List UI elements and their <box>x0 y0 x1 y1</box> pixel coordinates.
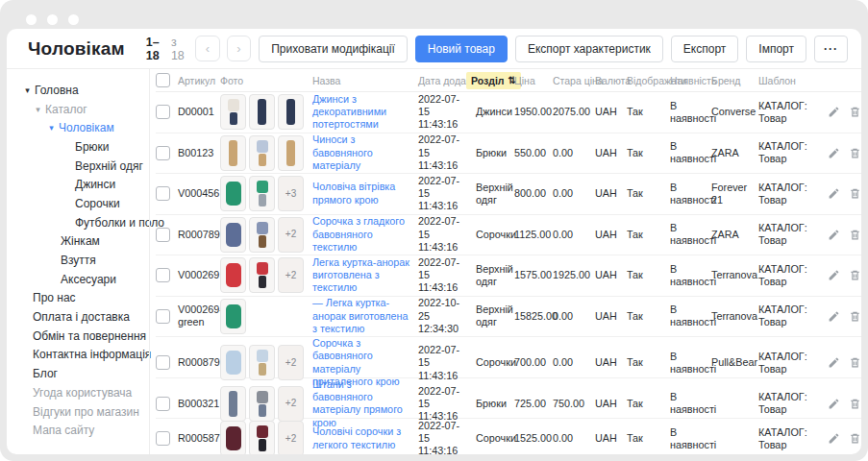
stock-cell: В наявності <box>670 391 711 416</box>
sort-by-section-chip[interactable]: Розділ⇅ <box>466 72 521 89</box>
row-checkbox[interactable] <box>156 355 170 370</box>
delete-icon[interactable] <box>849 309 861 323</box>
sidebar-item-dzhynsy[interactable]: Джинси <box>7 175 149 194</box>
display-cell: Так <box>627 432 670 445</box>
sidebar-item-kontaktna-informatsiya[interactable]: Контактна інформація <box>7 346 149 365</box>
sidebar-item-zhinkam[interactable]: Жінкам <box>7 232 149 252</box>
delete-icon[interactable] <box>849 432 861 446</box>
column-header-sku[interactable]: Артикул <box>178 75 220 86</box>
display-cell: Так <box>627 187 670 200</box>
sidebar-item-vidguky-pro-magazyn[interactable]: Відгуки про магазин <box>7 402 149 422</box>
product-photo <box>249 257 275 293</box>
product-photo <box>220 257 246 293</box>
product-name-link[interactable]: Штани з бавовняного матеріалу прямого кр… <box>312 378 412 430</box>
delete-icon[interactable] <box>849 106 861 119</box>
product-name-link[interactable]: Сорочка з гладкого бавовняного текстилю <box>312 215 412 254</box>
stock-cell: В наявності <box>670 263 711 288</box>
prev-page-button[interactable]: ‹ <box>195 36 219 61</box>
display-cell: Так <box>627 106 670 118</box>
next-page-button[interactable]: › <box>227 36 251 61</box>
stock-cell: В наявності <box>670 100 711 125</box>
brand-cell: Pull&Bear <box>711 356 758 369</box>
sidebar-item-ugoda-korystuvacha[interactable]: Угода користувача <box>7 383 149 402</box>
hide-modifications-button[interactable]: Приховати модифікації <box>259 36 408 62</box>
row-checkbox[interactable] <box>156 186 170 201</box>
table-row: B00123 Чиноси з бавовняного матеріалу 20… <box>156 133 861 175</box>
column-header-currency[interactable]: Валюта <box>595 75 627 86</box>
sidebar-item-obmin-povernennya[interactable]: Обмін та повернення <box>7 327 149 346</box>
row-checkbox[interactable] <box>156 268 170 282</box>
product-photo <box>249 176 275 211</box>
photos-cell <box>220 135 312 171</box>
edit-icon[interactable] <box>828 309 840 323</box>
column-header-name[interactable]: Назва <box>312 75 418 86</box>
sidebar-item-golovna[interactable]: ▾Головна <box>7 81 149 100</box>
currency-cell: UAH <box>595 356 627 369</box>
row-checkbox[interactable] <box>156 105 170 119</box>
edit-icon[interactable] <box>828 146 840 159</box>
product-name-link[interactable]: Чоловіча вітрівка прямого крою <box>312 181 412 206</box>
more-actions-button[interactable]: ··· <box>814 36 848 62</box>
sidebar-item-bryuky[interactable]: Брюки <box>7 137 149 157</box>
date-cell: 2022-07-1511:43:16 <box>418 133 476 172</box>
select-all-checkbox[interactable] <box>156 73 170 87</box>
product-photo <box>220 421 246 454</box>
date-cell: 2022-07-1511:43:16 <box>418 256 476 295</box>
sidebar-item-oplata-dostavka[interactable]: Оплата і доставка <box>7 307 149 327</box>
product-name-link[interactable]: Чиноси з бавовняного матеріалу <box>312 133 412 172</box>
currency-cell: UAH <box>595 310 627 323</box>
export-button[interactable]: Експорт <box>671 36 738 62</box>
actions-cell <box>824 432 860 446</box>
old-price-cell: 750.00 <box>553 398 595 410</box>
delete-icon[interactable] <box>849 187 861 201</box>
section-cell: Сорочки <box>476 356 514 369</box>
sidebar-item-vzuttya[interactable]: Взуття <box>7 251 149 270</box>
row-checkbox[interactable] <box>156 397 170 411</box>
sidebar-item-mapa-saytu[interactable]: Мапа сайту <box>7 421 149 440</box>
row-checkbox[interactable] <box>156 228 170 242</box>
row-checkbox[interactable] <box>156 431 170 446</box>
edit-icon[interactable] <box>828 187 840 201</box>
sidebar-item-verkhniy-odyag[interactable]: Верхній одяг <box>7 157 149 176</box>
delete-icon[interactable] <box>849 228 861 241</box>
product-photo <box>249 135 275 171</box>
chevron-right-icon: › <box>236 41 240 56</box>
delete-icon[interactable] <box>849 269 861 282</box>
edit-icon[interactable] <box>828 356 840 370</box>
edit-icon[interactable] <box>828 432 840 446</box>
sidebar-item-aksesuary[interactable]: Аксесуари <box>7 270 149 289</box>
product-name-link[interactable]: Легка куртка-анорак виготовлена з тексти… <box>312 256 412 295</box>
column-header-old-price[interactable]: Стара ціна <box>553 75 595 86</box>
sidebar-item-futbolky-polo[interactable]: Футболки и поло <box>7 213 149 232</box>
price-cell: 725.00 <box>514 398 553 410</box>
column-header-display[interactable]: Відображати <box>627 75 670 86</box>
import-button[interactable]: Імпорт <box>746 36 806 62</box>
column-header-stock[interactable]: Наявність <box>670 75 711 86</box>
sidebar-item-pro-nas[interactable]: Про нас <box>7 289 149 308</box>
new-product-button[interactable]: Новий товар <box>415 36 508 62</box>
product-name-link[interactable]: Чоловічі сорочки з легкого текстилю <box>312 425 412 451</box>
row-checkbox[interactable] <box>156 309 170 324</box>
edit-icon[interactable] <box>828 397 840 410</box>
delete-icon[interactable] <box>849 356 861 370</box>
export-characteristics-button[interactable]: Експорт характеристик <box>515 36 663 62</box>
edit-icon[interactable] <box>828 228 840 241</box>
old-price-cell: 0.00 <box>553 310 595 323</box>
edit-icon[interactable] <box>828 106 840 119</box>
column-header-price[interactable]: Ціна <box>514 75 553 86</box>
sidebar-item-cholovikam[interactable]: ▾Чоловікам <box>7 118 149 137</box>
date-cell: 2022-07-1511:43:16 <box>418 385 476 424</box>
edit-icon[interactable] <box>828 269 840 282</box>
sidebar-item-sorochky[interactable]: Сорочки <box>7 194 149 213</box>
product-name-link[interactable]: — Легка куртка-анорак виготовлена з текс… <box>312 297 412 335</box>
actions-cell <box>824 228 860 241</box>
delete-icon[interactable] <box>849 397 861 410</box>
column-header-template[interactable]: Шаблон <box>758 75 824 86</box>
row-checkbox[interactable] <box>156 146 170 160</box>
product-name-link[interactable]: Джинси з декоративними потертостями <box>312 93 412 132</box>
sidebar-item-blog[interactable]: Блог <box>7 364 149 383</box>
sidebar-item-katalog[interactable]: ▾Каталог <box>7 100 149 119</box>
delete-icon[interactable] <box>849 146 861 159</box>
date-cell: 2022-07-1511:43:16 <box>418 93 476 132</box>
column-header-brand[interactable]: Бренд <box>711 75 758 86</box>
